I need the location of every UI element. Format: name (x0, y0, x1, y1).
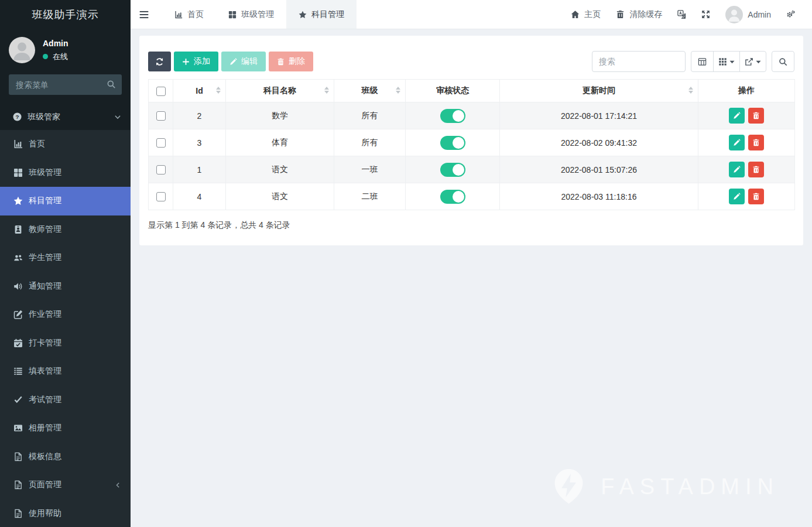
column-header[interactable]: Id (173, 80, 226, 102)
refresh-button[interactable] (148, 52, 171, 71)
sidebar-item-album[interactable]: 相册管理 (0, 414, 131, 443)
sidebar-item-notice[interactable]: 通知管理 (0, 272, 131, 301)
table-row: 2数学所有2022-08-01 17:14:21 (149, 102, 795, 129)
row-delete-button[interactable] (748, 135, 764, 150)
users-icon (13, 253, 23, 262)
cell-updated-time: 2022-08-02 09:41:32 (500, 129, 698, 156)
fullscreen-button[interactable] (694, 10, 718, 19)
table-row: 3体育所有2022-08-02 09:41:32 (149, 129, 795, 156)
user-menu[interactable]: Admin (718, 6, 779, 23)
table-search-input[interactable] (592, 51, 686, 72)
user-status: 在线 (43, 52, 68, 62)
sidebar-item-teacher[interactable]: 教师管理 (0, 215, 131, 244)
row-checkbox[interactable] (156, 111, 166, 121)
row-delete-button[interactable] (748, 108, 764, 124)
toggle-knob (453, 137, 464, 149)
cell-actions (698, 156, 795, 183)
sidebar-section-header[interactable]: ? 班级管家 (0, 104, 131, 130)
column-header[interactable]: 科目名称 (226, 80, 334, 102)
bar-chart-icon (174, 11, 183, 19)
settings-button[interactable] (779, 10, 803, 19)
expand-icon (701, 10, 710, 19)
trash-icon (277, 58, 285, 66)
row-edit-button[interactable] (729, 108, 745, 124)
sidebar-toggle-button[interactable] (131, 0, 157, 29)
calendar-check-icon (13, 338, 23, 348)
svg-text:?: ? (15, 114, 19, 120)
sidebar-item-page[interactable]: 页面管理 (0, 471, 131, 499)
sidebar-item-subject[interactable]: 科目管理 (0, 187, 131, 215)
table-body: 2数学所有2022-08-01 17:14:213体育所有2022-08-02 … (149, 102, 795, 210)
caret-down-icon (756, 59, 761, 64)
column-header: 审核状态 (406, 80, 500, 102)
cell-status (406, 183, 500, 210)
sort-icon (216, 87, 221, 95)
status-toggle[interactable] (440, 136, 465, 150)
row-checkbox[interactable] (156, 138, 166, 148)
search-button[interactable] (772, 51, 794, 72)
column-label: 班级 (362, 85, 378, 95)
sidebar: 班级助手演示 Admin 在线 ? 班级管家 首页班级管理科目管理教师管理学生管… (0, 0, 131, 527)
sidebar-item-student[interactable]: 学生管理 (0, 244, 131, 272)
trash-icon (752, 193, 760, 200)
toggle-view-button[interactable] (691, 51, 714, 72)
row-checkbox[interactable] (156, 192, 166, 201)
edit-button[interactable]: 编辑 (221, 52, 266, 71)
cell-subject-name: 体育 (226, 129, 334, 156)
column-header[interactable]: 更新时间 (500, 80, 698, 102)
sidebar-item-home[interactable]: 首页 (0, 130, 131, 159)
sidebar-item-class[interactable]: 班级管理 (0, 159, 131, 187)
cell-updated-time: 2022-08-03 11:18:16 (500, 183, 698, 210)
toggle-knob (453, 164, 464, 176)
table-row: 4语文二班2022-08-03 11:18:16 (149, 183, 795, 210)
clear-cache-link[interactable]: 清除缓存 (608, 9, 670, 20)
sidebar-item-label: 打卡管理 (29, 338, 61, 348)
table-view-icon (698, 57, 707, 66)
row-edit-button[interactable] (729, 162, 745, 177)
sidebar-item-exam[interactable]: 考试管理 (0, 386, 131, 415)
toggle-knob (453, 191, 464, 203)
watermark: FASTADMIN (552, 468, 779, 505)
row-checkbox[interactable] (156, 165, 166, 174)
select-all-checkbox[interactable] (156, 87, 166, 96)
status-toggle[interactable] (440, 109, 465, 123)
row-edit-button[interactable] (729, 189, 745, 204)
sidebar-item-template[interactable]: 模板信息 (0, 443, 131, 471)
add-button[interactable]: 添加 (174, 52, 218, 71)
star-icon (13, 196, 23, 206)
sidebar-item-help[interactable]: 使用帮助 (0, 499, 131, 527)
sidebar-item-form[interactable]: 填表管理 (0, 357, 131, 386)
sidebar-search-input[interactable] (9, 74, 122, 95)
pencil-icon (733, 139, 741, 146)
sidebar-item-label: 使用帮助 (29, 508, 61, 519)
sidebar-item-label: 模板信息 (29, 451, 61, 462)
sidebar-item-checkin[interactable]: 打卡管理 (0, 329, 131, 358)
status-toggle[interactable] (440, 163, 465, 177)
column-header[interactable]: 班级 (334, 80, 406, 102)
column-header: 操作 (698, 80, 795, 102)
cell-actions (698, 102, 795, 129)
columns-dropdown-button[interactable] (713, 51, 740, 72)
nav-tab-subject[interactable]: 科目管理 (286, 0, 357, 29)
search-icon (107, 80, 116, 89)
row-delete-button[interactable] (748, 162, 764, 177)
nav-tab-label: 首页 (187, 9, 204, 20)
nav-tab-label: 班级管理 (241, 9, 274, 20)
grid-icon (13, 168, 23, 177)
status-toggle[interactable] (440, 190, 465, 204)
nav-tab-home[interactable]: 首页 (162, 0, 216, 29)
nav-tab-class[interactable]: 班级管理 (216, 0, 286, 29)
list-icon (13, 367, 23, 376)
cell-subject-name: 语文 (226, 156, 334, 183)
row-select-cell (149, 129, 173, 156)
sidebar-item-label: 相册管理 (29, 423, 61, 433)
row-edit-button[interactable] (729, 135, 745, 150)
export-dropdown-button[interactable] (739, 51, 766, 72)
sort-icon (688, 87, 694, 95)
sidebar-item-homework[interactable]: 作业管理 (0, 300, 131, 329)
avatar (9, 37, 35, 63)
row-delete-button[interactable] (748, 189, 764, 204)
home-link[interactable]: 主页 (563, 9, 608, 20)
delete-button[interactable]: 删除 (269, 52, 313, 71)
language-button[interactable] (670, 10, 694, 19)
